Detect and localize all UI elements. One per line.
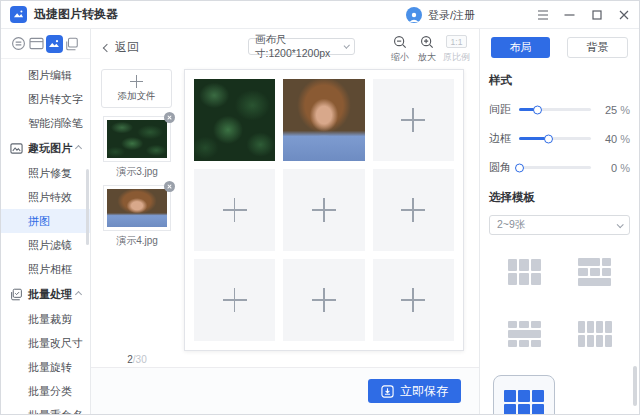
border-slider-row: 边框 40% bbox=[489, 131, 630, 146]
spacing-slider-row: 间距 25% bbox=[489, 102, 630, 117]
user-avatar-icon bbox=[406, 7, 422, 23]
video-tool-icon[interactable] bbox=[28, 35, 46, 53]
sidebar-item-batch-classify[interactable]: 批量分类 bbox=[1, 379, 90, 403]
remove-file-icon[interactable] bbox=[164, 112, 175, 123]
add-file-button[interactable]: 添加文件 bbox=[101, 69, 172, 108]
collage-cell-girl[interactable] bbox=[283, 79, 364, 161]
collage-cell-empty[interactable] bbox=[283, 169, 364, 251]
add-image-icon bbox=[312, 198, 336, 222]
add-image-icon bbox=[401, 108, 425, 132]
sidebar-item-photo-filter[interactable]: 照片滤镜 bbox=[1, 233, 90, 257]
template-list bbox=[489, 241, 630, 365]
image-tool-icon[interactable] bbox=[46, 35, 64, 53]
sidebar-item-photo-repair[interactable]: 照片修复 bbox=[1, 161, 90, 185]
panel-scrollbar[interactable] bbox=[633, 366, 637, 406]
download-icon bbox=[381, 385, 394, 398]
sidebar-scrollbar[interactable] bbox=[86, 169, 89, 245]
collage-cell-empty[interactable] bbox=[194, 169, 275, 251]
main-area: 返回 画布尺寸:1200*1200px 缩小 放大 1:1 原比例 bbox=[91, 29, 479, 414]
back-button[interactable]: 返回 bbox=[104, 39, 139, 56]
sidebar-item-photo-effects[interactable]: 照片特效 bbox=[1, 185, 90, 209]
collage-grid bbox=[194, 79, 454, 341]
tab-background[interactable]: 背景 bbox=[567, 37, 628, 58]
thumbnail-image-girl bbox=[107, 189, 167, 227]
canvas-size-select[interactable]: 画布尺寸:1200*1200px bbox=[248, 38, 355, 55]
collage-cell-empty[interactable] bbox=[194, 259, 275, 341]
app-window: 迅捷图片转换器 登录/注册 bbox=[0, 0, 640, 415]
collage-cell-leaves[interactable] bbox=[194, 79, 275, 161]
plus-icon bbox=[130, 75, 143, 88]
sidebar-item-smart-eraser[interactable]: 智能消除笔 bbox=[1, 111, 90, 135]
sidebar-menu: 图片编辑 图片转文字 智能消除笔 趣玩图片 照片修复 照片特效 拼图 照片滤镜 … bbox=[1, 59, 90, 415]
collage-cell-empty[interactable] bbox=[283, 259, 364, 341]
login-register-link[interactable]: 登录/注册 bbox=[428, 8, 475, 23]
add-image-icon bbox=[312, 288, 336, 312]
file-name: 演示3.jpg bbox=[91, 165, 183, 179]
template-grid-3x3-selected[interactable] bbox=[493, 375, 555, 415]
slider-handle[interactable] bbox=[515, 163, 524, 172]
fun-images-icon bbox=[10, 142, 23, 155]
template-count-select[interactable]: 2~9张 bbox=[489, 215, 630, 235]
thumbnail-image-leaves bbox=[107, 120, 167, 158]
zoom-in-control[interactable]: 放大 bbox=[418, 35, 436, 64]
collage-cell-empty[interactable] bbox=[373, 79, 454, 161]
sidebar-tool-tabs bbox=[1, 29, 90, 59]
sidebar-item-batch-rotate[interactable]: 批量旋转 bbox=[1, 355, 90, 379]
style-section-title: 样式 bbox=[489, 73, 630, 88]
login-area[interactable]: 登录/注册 bbox=[406, 1, 475, 29]
footer-bar: 立即保存 bbox=[91, 367, 479, 414]
zoom-out-control[interactable]: 缩小 bbox=[391, 35, 409, 64]
titlebar: 迅捷图片转换器 登录/注册 bbox=[1, 1, 640, 29]
sidebar-item-collage[interactable]: 拼图 bbox=[1, 209, 90, 233]
window-controls bbox=[529, 1, 637, 29]
radius-slider[interactable] bbox=[519, 166, 591, 169]
template-section-title: 选择模板 bbox=[489, 190, 630, 205]
copy-tool-icon[interactable] bbox=[63, 35, 81, 53]
collage-cell-empty[interactable] bbox=[373, 169, 454, 251]
sidebar-item-batch-crop[interactable]: 批量裁剪 bbox=[1, 307, 90, 331]
menu-icon[interactable] bbox=[529, 1, 556, 29]
right-panel: 布局 背景 样式 间距 25% 边框 40% 圆角 0% 选择模板 bbox=[479, 29, 639, 414]
batch-icon bbox=[10, 288, 23, 301]
panel-tabs: 布局 背景 bbox=[489, 37, 630, 58]
file-thumbnail[interactable] bbox=[103, 185, 171, 231]
zoom-out-icon bbox=[393, 35, 407, 49]
convert-tool-icon[interactable] bbox=[10, 35, 28, 53]
slider-handle[interactable] bbox=[533, 105, 542, 114]
template-collage-wide-top[interactable] bbox=[560, 241, 631, 303]
sidebar-section-batch[interactable]: 批量处理 bbox=[1, 281, 90, 307]
sidebar-item-batch-resize[interactable]: 批量改尺寸 bbox=[1, 331, 90, 355]
collage-canvas bbox=[184, 69, 464, 351]
ratio-value: 1:1 bbox=[446, 35, 467, 48]
canvas-toolbar: 返回 画布尺寸:1200*1200px 缩小 放大 1:1 原比例 bbox=[91, 29, 479, 65]
add-image-icon bbox=[223, 288, 247, 312]
sidebar-item-image-to-text[interactable]: 图片转文字 bbox=[1, 87, 90, 111]
sidebar-item-photo-frame[interactable]: 照片相框 bbox=[1, 257, 90, 281]
collapse-chevron-icon bbox=[75, 145, 82, 152]
spacing-slider[interactable] bbox=[519, 108, 591, 111]
file-counter: 2/30 bbox=[91, 354, 183, 365]
zoom-in-icon bbox=[420, 35, 434, 49]
maximize-icon[interactable] bbox=[583, 1, 610, 29]
tab-layout[interactable]: 布局 bbox=[491, 37, 550, 58]
slider-handle[interactable] bbox=[544, 134, 553, 143]
save-button[interactable]: 立即保存 bbox=[368, 379, 461, 403]
add-image-icon bbox=[401, 288, 425, 312]
file-thumbnail[interactable] bbox=[103, 116, 171, 162]
collage-cell-empty[interactable] bbox=[373, 259, 454, 341]
remove-file-icon[interactable] bbox=[164, 181, 175, 192]
template-collage-middle-bar[interactable] bbox=[489, 303, 560, 365]
sidebar: 图片编辑 图片转文字 智能消除笔 趣玩图片 照片修复 照片特效 拼图 照片滤镜 … bbox=[1, 29, 91, 414]
chevron-down-icon bbox=[617, 221, 624, 228]
template-grid-3x2[interactable] bbox=[489, 241, 560, 303]
template-grid-4x2[interactable] bbox=[560, 303, 631, 365]
sidebar-item-batch-rename[interactable]: 批量重命名 bbox=[1, 403, 90, 415]
minimize-icon[interactable] bbox=[556, 1, 583, 29]
original-ratio-control[interactable]: 1:1 原比例 bbox=[443, 35, 470, 64]
chevron-down-icon bbox=[343, 42, 350, 49]
sidebar-item-image-edit[interactable]: 图片编辑 bbox=[1, 63, 90, 87]
sidebar-section-fun-images[interactable]: 趣玩图片 bbox=[1, 135, 90, 161]
close-icon[interactable] bbox=[610, 1, 637, 29]
add-image-icon bbox=[223, 198, 247, 222]
border-slider[interactable] bbox=[519, 137, 591, 140]
